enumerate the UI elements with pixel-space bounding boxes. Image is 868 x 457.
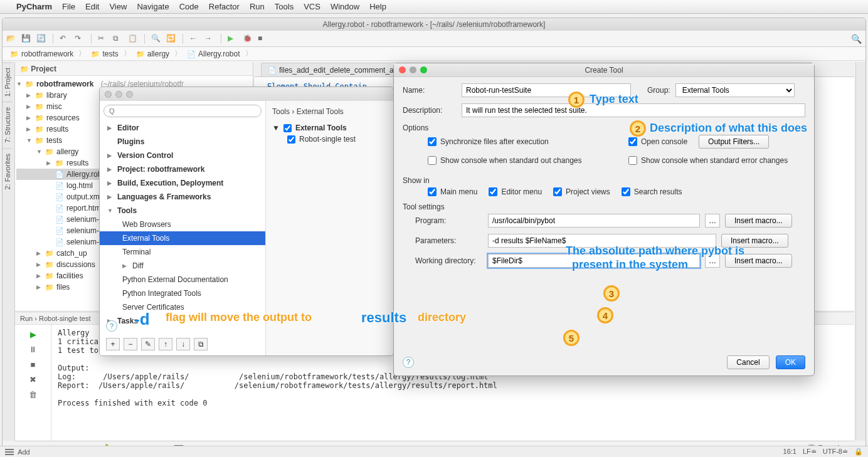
forward-icon[interactable]: →: [204, 34, 214, 44]
prefs-tree-root[interactable]: ▼External Tools: [272, 122, 387, 134]
output-filters-button[interactable]: Output Filters...: [699, 135, 769, 149]
cancel-button[interactable]: Cancel: [727, 355, 769, 369]
project-header[interactable]: Project: [15, 62, 253, 76]
menu-navigate[interactable]: Navigate: [137, 2, 169, 11]
menu-run[interactable]: Run: [250, 2, 265, 11]
edit-button[interactable]: ✎: [141, 338, 155, 350]
prefs-item[interactable]: Web Browsers: [100, 218, 265, 231]
chk-project-views[interactable]: Project views: [553, 187, 610, 196]
run-icon[interactable]: ▶: [228, 34, 238, 44]
status-text: Add: [18, 448, 30, 456]
chk-stderr[interactable]: Show console when standard error changes: [628, 156, 805, 165]
run-close-icon[interactable]: ✖: [28, 374, 39, 385]
run-stop-icon[interactable]: ■: [28, 359, 39, 370]
tab-structure[interactable]: 7: Structure: [3, 102, 13, 148]
back-icon[interactable]: ←: [189, 34, 199, 44]
undo-icon[interactable]: ↶: [60, 34, 70, 44]
save-icon[interactable]: 💾: [21, 34, 31, 44]
find-icon[interactable]: 🔍: [151, 34, 161, 44]
insert-macro-program[interactable]: Insert macro...: [725, 214, 792, 228]
down-button[interactable]: ↓: [176, 338, 190, 350]
group-select[interactable]: External Tools: [675, 83, 795, 97]
menu-help[interactable]: Help: [369, 2, 386, 11]
browse-button[interactable]: …: [705, 214, 720, 228]
run-trash-icon[interactable]: 🗑: [28, 389, 39, 400]
menu-view[interactable]: View: [109, 2, 127, 11]
description-input[interactable]: [462, 103, 805, 117]
refresh-icon[interactable]: 🔄: [36, 34, 46, 44]
workdir-input[interactable]: [488, 254, 700, 268]
program-input[interactable]: [488, 214, 700, 228]
crumb-root[interactable]: robotframework: [6, 48, 77, 60]
run-pause-icon[interactable]: ⏸: [28, 344, 39, 355]
stop-icon[interactable]: ■: [258, 34, 268, 44]
debug-icon[interactable]: 🐞: [243, 34, 253, 44]
cut-icon[interactable]: ✂: [98, 34, 108, 44]
prefs-item[interactable]: Python Integrated Tools: [100, 286, 265, 300]
prefs-item[interactable]: ▶Languages & Frameworks: [100, 190, 265, 204]
tab-project[interactable]: 1: Project: [3, 62, 13, 102]
line-separator[interactable]: LF≐: [803, 448, 817, 456]
redo-icon[interactable]: ↷: [75, 34, 85, 44]
prefs-item[interactable]: ▶Version Control: [100, 149, 265, 162]
insert-macro-workdir[interactable]: Insert macro...: [725, 254, 792, 268]
chk-main-menu[interactable]: Main menu: [428, 187, 477, 196]
caret-position[interactable]: 16:1: [783, 448, 797, 456]
prefs-tree-item[interactable]: Robot-single test: [272, 134, 387, 145]
run-play-icon[interactable]: ▶: [28, 328, 39, 340]
copy-button[interactable]: ⧉: [194, 338, 208, 350]
menu-file[interactable]: File: [62, 2, 75, 11]
menu-refactor[interactable]: Refactor: [209, 2, 240, 11]
copy-icon[interactable]: ⧉: [113, 34, 123, 44]
add-button[interactable]: +: [106, 338, 120, 350]
menu-code[interactable]: Code: [179, 2, 199, 11]
checkbox[interactable]: [287, 135, 295, 144]
search-everywhere-icon[interactable]: 🔍: [851, 34, 862, 44]
window-close-icon[interactable]: [105, 91, 112, 98]
replace-icon[interactable]: 🔁: [166, 34, 176, 44]
prefs-item[interactable]: Terminal: [100, 245, 265, 259]
remove-button[interactable]: −: [124, 338, 137, 350]
prefs-item-external-tools[interactable]: External Tools: [100, 231, 265, 245]
prefs-item[interactable]: ▶Diff: [100, 259, 265, 273]
open-icon[interactable]: 📂: [6, 34, 16, 44]
params-input[interactable]: [488, 234, 716, 248]
menu-window[interactable]: Window: [331, 2, 359, 11]
prefs-item[interactable]: Plugins: [100, 135, 265, 149]
hamburger-icon[interactable]: [5, 449, 14, 455]
encoding[interactable]: UTF-8≐: [823, 448, 848, 456]
crumb-tests[interactable]: tests: [87, 48, 122, 60]
ok-button[interactable]: OK: [776, 355, 805, 369]
prefs-item[interactable]: Python External Documentation: [100, 273, 265, 286]
window-zoom-icon[interactable]: [126, 91, 133, 98]
checkbox[interactable]: [283, 124, 292, 132]
app-name[interactable]: PyCharm: [16, 2, 52, 11]
chk-open-console[interactable]: Open console: [628, 137, 687, 146]
browse-button[interactable]: …: [705, 254, 720, 268]
tab-favorites[interactable]: 2: Favorites: [3, 148, 13, 194]
help-icon[interactable]: ?: [403, 357, 414, 368]
chk-editor-menu[interactable]: Editor menu: [489, 187, 542, 196]
window-minimize-icon[interactable]: [115, 91, 122, 98]
menu-tools[interactable]: Tools: [275, 2, 294, 11]
menu-edit[interactable]: Edit: [85, 2, 99, 11]
prefs-search-input[interactable]: [103, 105, 262, 117]
up-button[interactable]: ↑: [159, 338, 172, 350]
paste-icon[interactable]: 📋: [128, 34, 138, 44]
help-icon[interactable]: ?: [106, 320, 117, 332]
crumb-file[interactable]: Allergy.robot: [183, 48, 243, 60]
insert-macro-params[interactable]: Insert macro...: [721, 234, 788, 248]
chk-search-results[interactable]: Search results: [622, 187, 682, 196]
prefs-item[interactable]: ▼Tools: [100, 204, 265, 218]
menu-vcs[interactable]: VCS: [304, 2, 320, 11]
prefs-item[interactable]: ▶Build, Execution, Deployment: [100, 176, 265, 190]
prefs-item[interactable]: ▶Tasks: [100, 314, 265, 328]
prefs-item[interactable]: ▶Project: robotframework: [100, 162, 265, 176]
name-input[interactable]: [462, 83, 631, 97]
chk-sync[interactable]: Synchronize files after execution: [428, 137, 628, 146]
chk-stdout[interactable]: Show console when standard out changes: [428, 156, 628, 165]
prefs-item[interactable]: ▶Editor: [100, 121, 265, 135]
crumb-allergy[interactable]: allergy: [132, 48, 173, 60]
lock-icon[interactable]: 🔒: [854, 448, 863, 456]
prefs-item[interactable]: Server Certificates: [100, 300, 265, 314]
